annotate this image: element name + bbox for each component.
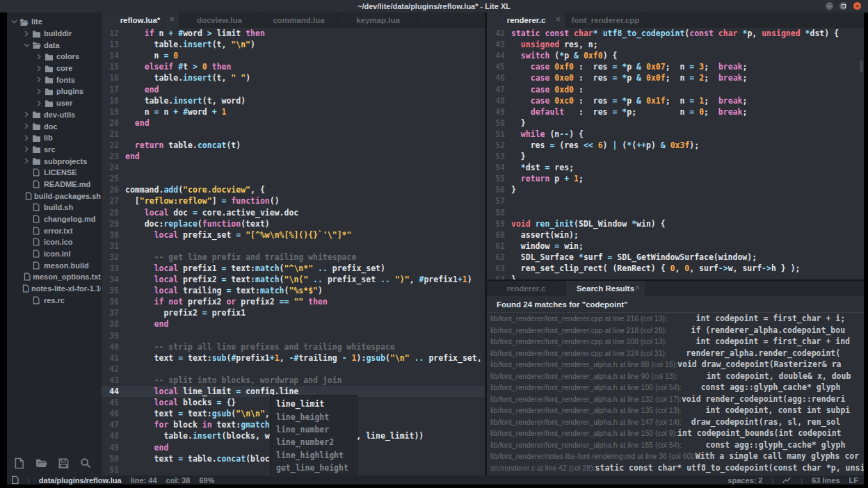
token: -- split into blocks, wordwrap and join <box>154 375 342 385</box>
search-result-row[interactable]: lib/font_renderer/font_renderer_alpha.h … <box>487 371 864 382</box>
tree-item-label: subprojects <box>44 157 87 165</box>
tree-item-meson.build[interactable]: meson.build <box>7 259 101 271</box>
token <box>347 353 352 363</box>
tree-item-build-packages.sh[interactable]: build-packages.sh <box>7 190 101 202</box>
token: & <box>661 140 666 150</box>
result-code: int codepoint, double& x, doub <box>677 371 851 381</box>
close-button[interactable]: × <box>853 2 861 10</box>
tree-item-doc[interactable]: doc <box>7 120 101 132</box>
token: : res <box>564 107 612 117</box>
line-number: 53 <box>487 152 505 161</box>
tree-item-colors[interactable]: colors <box>7 51 101 63</box>
tree-item-icon.ico[interactable]: icon.ico <box>7 236 101 248</box>
autocomplete-item[interactable]: get_line_height <box>271 462 357 474</box>
code-line: 15 elseif #t > 0 then <box>101 61 485 72</box>
search-result-row[interactable]: lib/font_renderer/font_renderer.cpp at l… <box>487 325 864 336</box>
tree-item-icon.inl[interactable]: icon.inl <box>7 248 101 260</box>
token <box>125 140 135 150</box>
tree-item-README.md[interactable]: README.md <box>7 179 101 190</box>
tree-item-src[interactable]: src <box>7 144 101 156</box>
tree-item-builddir[interactable]: builddir <box>7 28 101 40</box>
token <box>641 62 646 72</box>
autocomplete-item[interactable]: line_height <box>271 410 357 423</box>
search-result-row[interactable]: lib/font_renderer/font_renderer.cpp at l… <box>487 336 864 348</box>
token: ( <box>385 353 390 363</box>
token: "^\n*" <box>284 263 314 273</box>
chevron-right-icon <box>35 65 43 72</box>
tree-item-plugins[interactable]: plugins <box>7 86 101 97</box>
tree-item-LICENSE[interactable]: LICENSE <box>7 167 101 179</box>
tab-search-results[interactable]: Search Results× <box>566 281 645 296</box>
tab-reflow.lua-[interactable]: reflow.lua*× <box>101 13 180 28</box>
tree-item-core[interactable]: core <box>7 63 101 74</box>
search-result-row[interactable]: lib/font_renderer/font_renderer_alpha.h … <box>487 359 864 371</box>
new-file-button[interactable] <box>11 455 26 471</box>
search-result-row[interactable]: lib/font_renderer/notes-lite-font-render… <box>487 450 864 462</box>
token: return <box>135 140 164 150</box>
autocomplete-item[interactable]: line_number2 <box>271 436 357 448</box>
token: n <box>154 29 169 38</box>
tree-item-error.txt[interactable]: error.txt <box>7 225 101 236</box>
scrollbar-thumb[interactable] <box>860 60 863 72</box>
token: if <box>145 29 154 38</box>
tree-item-notes-lite-xl-for-1.16[interactable]: notes-lite-xl-for-1.16 <box>7 283 101 295</box>
token: text <box>125 409 178 418</box>
search-result-row[interactable]: lib/font_renderer/font_renderer_alpha.h … <box>487 416 864 428</box>
search-result-row[interactable]: lib/font_renderer/font_renderer_alpha.h … <box>487 393 864 405</box>
tree-item-user[interactable]: user <box>7 97 101 109</box>
result-path: lib/font_renderer/font_renderer_alpha.h … <box>490 360 677 368</box>
search-result-row[interactable]: lib/font_renderer/font_renderer.cpp at l… <box>487 348 864 359</box>
tab-font-renderer.cpp[interactable]: font_renderer.cpp <box>566 13 645 28</box>
save-button[interactable] <box>56 455 71 471</box>
right-editor[interactable]: 42static const char* utf8_to_codepoint(c… <box>487 28 864 281</box>
tree-item-build.sh[interactable]: build.sh <box>7 202 101 213</box>
token: ( <box>280 275 284 284</box>
token: match <box>260 286 284 295</box>
search-result-row[interactable]: lib/font_renderer/font_renderer_alpha.h … <box>487 382 864 393</box>
search-result-row[interactable]: src/renderer.c at line 42 (col 28):stati… <box>487 462 864 474</box>
tree-item-meson_options.txt[interactable]: meson_options.txt <box>7 271 101 283</box>
minimize-button[interactable]: – <box>826 2 833 10</box>
close-tab-icon[interactable]: × <box>556 15 561 24</box>
tree-item-lib[interactable]: lib <box>7 132 101 144</box>
search-result-row[interactable]: lib/font_renderer/font_renderer_alpha.h … <box>487 439 864 451</box>
tree-item-lite[interactable]: lite <box>7 16 101 28</box>
tree-item-data[interactable]: data <box>7 39 101 51</box>
search-result-row[interactable]: lib/font_renderer/font_renderer_alpha.h … <box>487 405 864 416</box>
code-line: 62 SDL_Surface *surf = SDL_GetWindowSurf… <box>487 252 864 263</box>
open-folder-button[interactable] <box>33 455 49 471</box>
sidebar-divider[interactable] <box>101 13 102 475</box>
close-tab-icon[interactable]: × <box>635 283 640 293</box>
token: 0x0f <box>646 73 666 83</box>
result-path: lib/font_renderer/font_renderer.cpp at l… <box>490 326 667 334</box>
tab-command.lua[interactable]: command.lua <box>259 13 339 28</box>
autocomplete-item[interactable]: line_highlight <box>271 449 357 462</box>
tree-item-res.rc[interactable]: res.rc <box>7 295 101 307</box>
tree-item-fonts[interactable]: fonts <box>7 74 101 86</box>
search-result-row[interactable]: lib/font_renderer/font_renderer.cpp at l… <box>487 313 864 325</box>
token: not <box>168 297 183 307</box>
tree-item-dev-utils[interactable]: dev-utils <box>7 109 101 121</box>
token: () <box>270 196 280 206</box>
maximize-button[interactable] <box>839 2 847 10</box>
main-editor[interactable]: 12 if n + #word > limit then13 table.ins… <box>101 28 485 475</box>
code-line: 32 -- get line prefix and trailing white… <box>101 252 485 263</box>
tab-keymap.lua[interactable]: keymap.lua <box>339 13 418 28</box>
close-tab-icon[interactable]: × <box>170 15 175 24</box>
tab-renderer.c[interactable]: renderer.c <box>487 281 566 296</box>
search-button[interactable] <box>78 455 93 471</box>
autocomplete-item[interactable]: line_limit <box>271 398 357 410</box>
tree-item-subprojects[interactable]: subprojects <box>7 155 101 167</box>
tree-item-changelog.md[interactable]: changelog.md <box>7 213 101 225</box>
tab-renderer.c[interactable]: renderer.c× <box>487 13 566 28</box>
search-result-row[interactable]: lib/font_renderer/font_renderer_alpha.h … <box>487 428 864 439</box>
token <box>511 40 521 49</box>
main-tab-strip: reflow.lua*×docview.luacommand.luakeymap… <box>101 13 485 28</box>
token <box>390 275 395 284</box>
token <box>410 353 415 363</box>
token <box>125 286 154 295</box>
chevron-right-icon <box>35 54 43 60</box>
tab-docview.lua[interactable]: docview.lua <box>180 13 259 28</box>
autocomplete-item[interactable]: line_number <box>271 423 357 436</box>
token: ] <box>212 196 222 206</box>
